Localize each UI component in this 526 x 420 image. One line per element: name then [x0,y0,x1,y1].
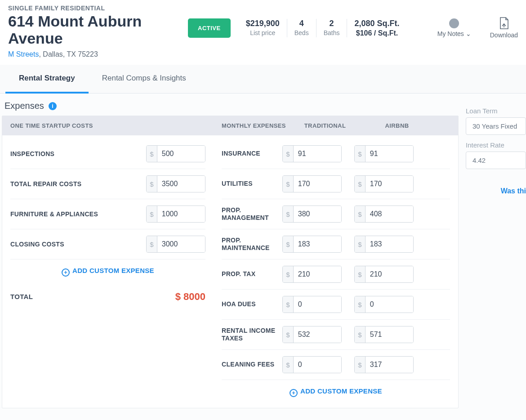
dollar-icon: $ [283,236,294,252]
dollar-icon: $ [283,266,294,282]
list-price-value: $219,900 [246,19,280,28]
mgmt-airbnb-input[interactable] [366,206,413,222]
chevron-down-icon: ⌄ [464,30,471,37]
city-text: , Dallas, TX 75223 [39,50,98,58]
maint-label: PROP. MAINTENANCE [222,237,282,252]
dollar-icon: $ [147,206,157,222]
loan-term-select[interactable]: 30 Years Fixed [466,117,526,135]
sidebar: Loan Term 30 Years Fixed Interest Rate 4… [459,94,526,408]
insurance-trad-input[interactable] [294,146,341,162]
dollar-icon: $ [283,176,294,192]
list-price-label: List price [246,29,280,36]
airbnb-header: AIRBNB [361,122,433,129]
total-value: $ 8000 [175,291,205,303]
price-per-sqft: $106 / Sq.Ft. [354,29,399,37]
hoa-label: HOA DUES [222,300,282,308]
income-tax-airbnb-input[interactable] [366,326,413,343]
tabs: Rental Strategy Rental Comps & Insights [0,65,526,94]
total-label: TOTAL [10,293,175,300]
dollar-icon: $ [355,266,366,282]
expenses-panel: ONE TIME STARTUP COSTS MONTHLY EXPENSES … [2,116,459,408]
maint-trad-input[interactable] [294,236,341,252]
my-notes-button[interactable]: My Notes ⌄ [437,18,471,37]
hoa-trad-input[interactable] [294,296,341,313]
property-type: SINGLE FAMILY RESIDENTIAL [8,4,188,12]
dollar-icon: $ [283,357,294,373]
tax-label: PROP. TAX [222,270,282,278]
baths-label: Baths [324,29,340,36]
maint-airbnb-input[interactable] [366,236,413,252]
interest-rate-label: Interest Rate [466,141,526,149]
tab-rental-comps[interactable]: Rental Comps & Insights [89,65,200,93]
monthly-header: MONTHLY EXPENSES [222,122,289,129]
dollar-icon: $ [147,236,157,252]
interest-rate-input[interactable]: 4.42 [466,152,526,169]
cleaning-label: CLEANING FEES [222,361,282,369]
download-button[interactable]: Download [490,17,518,39]
tax-airbnb-input[interactable] [366,266,413,282]
utilities-trad-input[interactable] [294,176,341,192]
dollar-icon: $ [283,296,294,313]
dollar-icon: $ [355,296,366,313]
tax-trad-input[interactable] [294,266,341,282]
income-tax-label: RENTAL INCOME TAXES [222,327,282,343]
dollar-icon: $ [147,146,157,162]
furniture-label: FURNITURE & APPLIANCES [10,210,146,218]
pdf-icon [498,17,510,30]
dollar-icon: $ [355,326,366,343]
traditional-header: TRADITIONAL [289,122,361,129]
mgmt-trad-input[interactable] [294,206,341,222]
cleaning-trad-input[interactable] [294,357,341,373]
dollar-icon: $ [147,176,157,192]
property-location: M Streets, Dallas, TX 75223 [8,50,188,58]
dollar-icon: $ [355,146,366,162]
status-badge: ACTIVE [188,18,231,38]
dollar-icon: $ [355,357,366,373]
beds-value: 4 [294,19,309,28]
dollar-icon: $ [355,176,366,192]
insurance-label: INSURANCE [222,150,282,158]
startup-header: ONE TIME STARTUP COSTS [10,122,222,129]
add-startup-expense-button[interactable]: +ADD CUSTOM EXPENSE [10,259,205,284]
loan-term-label: Loan Term [466,107,526,115]
closing-label: CLOSING COSTS [10,241,146,248]
download-label: Download [490,31,518,39]
mgmt-label: PROP. MANAGEMENT [222,206,282,222]
plus-icon: + [62,268,70,277]
utilities-airbnb-input[interactable] [366,176,413,192]
income-tax-trad-input[interactable] [294,326,341,343]
furniture-input[interactable] [157,206,205,222]
repair-label: TOTAL REPAIR COSTS [10,180,146,188]
beds-label: Beds [294,29,309,36]
repair-input[interactable] [157,176,205,192]
sqft-value: 2,080 Sq.Ft. [354,19,399,28]
notes-dot-icon [449,18,459,28]
dollar-icon: $ [283,146,294,162]
cleaning-airbnb-input[interactable] [366,357,413,373]
closing-input[interactable] [157,236,205,252]
property-stats: $219,900List price 4Beds 2Baths 2,080 Sq… [239,19,407,37]
inspections-label: INSPECTIONS [10,150,146,157]
property-address: 614 Mount Auburn Avenue [8,13,188,47]
dollar-icon: $ [355,206,366,222]
baths-value: 2 [324,19,340,28]
inspections-input[interactable] [157,146,205,162]
dollar-icon: $ [283,206,294,222]
plus-icon: + [290,389,298,397]
hoa-airbnb-input[interactable] [366,296,413,313]
add-monthly-expense-button[interactable]: +ADD CUSTOM EXPENSE [222,380,450,404]
dollar-icon: $ [283,326,294,343]
neighborhood-link[interactable]: M Streets [8,50,39,58]
utilities-label: UTILITIES [222,180,282,188]
expenses-title: Expenses i [2,101,459,116]
info-icon[interactable]: i [49,102,57,110]
insurance-airbnb-input[interactable] [366,146,413,162]
my-notes-label: My Notes [437,30,464,37]
feedback-link[interactable]: Was thi [466,187,526,195]
dollar-icon: $ [355,236,366,252]
tab-rental-strategy[interactable]: Rental Strategy [5,65,89,94]
property-header: SINGLE FAMILY RESIDENTIAL 614 Mount Aubu… [0,0,526,65]
